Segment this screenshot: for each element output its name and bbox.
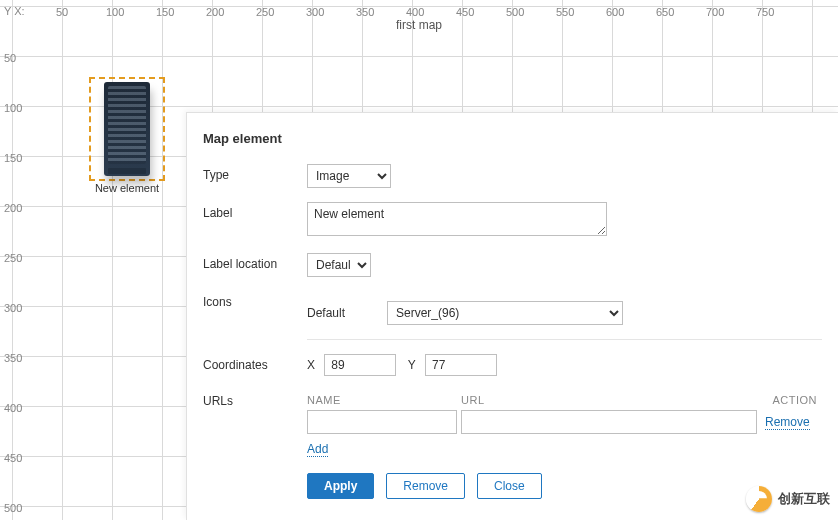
urls-head-name: NAME	[307, 394, 461, 406]
label-location-select[interactable]: Default	[307, 253, 371, 277]
map-title: first map	[0, 18, 838, 32]
watermark: 创新互联	[746, 486, 830, 512]
coord-x-label: X	[307, 358, 315, 372]
coordinates-label: Coordinates	[203, 354, 307, 372]
urls-head-action: ACTION	[761, 394, 817, 406]
coord-x-input[interactable]	[324, 354, 396, 376]
url-name-input[interactable]	[307, 410, 457, 434]
url-value-input[interactable]	[461, 410, 757, 434]
url-remove-link[interactable]: Remove	[765, 415, 810, 430]
urls-table: NAME URL ACTION Remove Add	[307, 390, 817, 457]
label-label: Label	[203, 202, 307, 220]
label-location-label: Label location	[203, 253, 307, 271]
url-add-link[interactable]: Add	[307, 442, 328, 457]
type-label: Type	[203, 164, 307, 182]
remove-button[interactable]: Remove	[386, 473, 465, 499]
close-button[interactable]: Close	[477, 473, 542, 499]
urls-row: Remove	[307, 410, 817, 434]
label-textarea[interactable]: New element	[307, 202, 607, 236]
axis-origin-label: Y X:	[4, 5, 25, 17]
apply-button[interactable]: Apply	[307, 473, 374, 499]
type-select[interactable]: Image	[307, 164, 391, 188]
coord-y-label: Y	[408, 358, 416, 372]
watermark-text: 创新互联	[778, 490, 830, 508]
map-element-dialog: Map element Type Image Label New element…	[186, 112, 838, 520]
map-element-label: New element	[89, 182, 165, 194]
icon-select[interactable]: Server_(96)	[387, 301, 623, 325]
urls-head-url: URL	[461, 394, 761, 406]
icons-label: Icons	[203, 291, 307, 309]
coord-y-input[interactable]	[425, 354, 497, 376]
urls-label: URLs	[203, 390, 307, 408]
server-rack-icon	[104, 82, 150, 176]
dialog-title: Map element	[203, 131, 822, 146]
watermark-logo-icon	[746, 486, 772, 512]
map-element-selected[interactable]	[89, 77, 165, 181]
icons-default-label: Default	[307, 306, 387, 320]
